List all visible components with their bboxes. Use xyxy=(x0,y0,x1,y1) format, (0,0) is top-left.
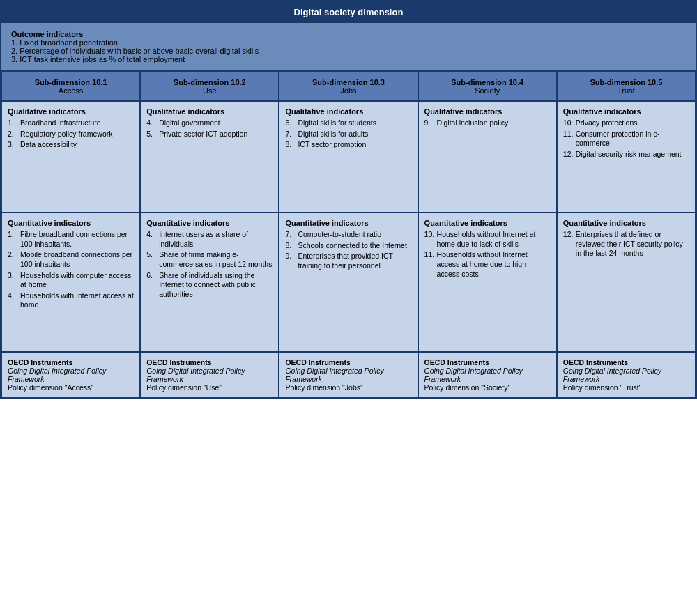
qual-list-3: 6.Digital skills for students 7.Digital … xyxy=(285,118,411,150)
quant-list-5: 12.Enterprises that defined or reviewed … xyxy=(563,230,689,259)
outcome-item-1: 1. Fixed broadband penetration xyxy=(11,38,686,47)
quant-list-2: 4.Internet users as a share of individua… xyxy=(146,230,273,299)
grid: Sub-dimension 10.1 Access Sub-dimension … xyxy=(1,72,696,398)
col-header-1: Sub-dimension 10.1 Access xyxy=(1,72,140,101)
oecd-cell-4: OECD Instruments Going Digital Integrate… xyxy=(418,352,557,398)
list-item: 3.Households with computer access at hom… xyxy=(8,271,134,290)
list-item: 6.Share of individuals using the Interne… xyxy=(146,271,273,300)
qualitative-cell-3: Qualitative indicators 6.Digital skills … xyxy=(279,101,418,213)
qualitative-cell-1: Qualitative indicators 1.Broadband infra… xyxy=(1,101,140,213)
outcome-section: Outcome indicators 1. Fixed broadband pe… xyxy=(1,23,696,72)
list-item: 3.Data accessibility xyxy=(8,140,134,150)
title-bar: Digital society dimension xyxy=(1,1,696,23)
list-item: 4.Households with Internet access at hom… xyxy=(8,291,134,310)
col-header-4: Sub-dimension 10.4 Society xyxy=(418,72,557,101)
qualitative-cell-4: Qualitative indicators 9.Digital inclusi… xyxy=(418,101,557,213)
main-container: Digital society dimension Outcome indica… xyxy=(0,0,697,399)
quantitative-cell-2: Quantitative indicators 4.Internet users… xyxy=(140,213,279,352)
list-item: 1.Fibre broadband connections per 100 in… xyxy=(8,230,134,249)
quantitative-cell-3: Quantitative indicators 7.Computer-to-st… xyxy=(279,213,418,352)
qual-list-4: 9.Digital inclusion policy xyxy=(424,118,551,128)
col-header-2: Sub-dimension 10.2 Use xyxy=(140,72,279,101)
quantitative-cell-4: Quantitative indicators 10.Households wi… xyxy=(418,213,557,352)
oecd-cell-1: OECD Instruments Going Digital Integrate… xyxy=(1,352,140,398)
list-item: 8.ICT sector promotion xyxy=(285,140,411,150)
col-header-5: Sub-dimension 10.5 Trust xyxy=(557,72,696,101)
quant-list-1: 1.Fibre broadband connections per 100 in… xyxy=(8,230,134,310)
list-item: 4.Internet users as a share of individua… xyxy=(146,230,273,249)
quantitative-cell-5: Quantitative indicators 12.Enterprises t… xyxy=(557,213,696,352)
quant-list-4: 10.Households without Internet at home d… xyxy=(424,230,551,279)
quantitative-cell-1: Quantitative indicators 1.Fibre broadban… xyxy=(1,213,140,352)
qual-list-2: 4.Digital government 5.Private sector IC… xyxy=(146,118,273,139)
qual-list-5: 10.Privacy protections 11.Consumer prote… xyxy=(563,118,689,160)
list-item: 12.Enterprises that defined or reviewed … xyxy=(563,230,689,259)
list-item: 4.Digital government xyxy=(146,118,273,128)
list-item: 8.Schools connected to the Internet xyxy=(285,241,411,251)
list-item: 5.Share of firms making e-commerce sales… xyxy=(146,250,273,269)
qual-list-1: 1.Broadband infrastructure 2.Regulatory … xyxy=(8,118,134,150)
quant-list-3: 7.Computer-to-student ratio 8.Schools co… xyxy=(285,230,411,271)
oecd-cell-3: OECD Instruments Going Digital Integrate… xyxy=(279,352,418,398)
title-text: Digital society dimension xyxy=(294,7,404,17)
oecd-cell-2: OECD Instruments Going Digital Integrate… xyxy=(140,352,279,398)
list-item: 11.Consumer protection in e-commerce xyxy=(563,130,689,148)
list-item: 11.Households without Internet access at… xyxy=(424,250,551,279)
outcome-item-3: 3. ICT task intensive jobs as % of total… xyxy=(11,55,686,63)
qualitative-cell-5: Qualitative indicators 10.Privacy protec… xyxy=(557,101,696,213)
list-item: 5.Private sector ICT adoption xyxy=(146,130,273,139)
outcome-heading: Outcome indicators xyxy=(11,30,686,38)
list-item: 2.Mobile broadband connections per 100 i… xyxy=(8,250,134,269)
list-item: 12.Digital security risk management xyxy=(563,150,689,160)
list-item: 6.Digital skills for students xyxy=(285,118,411,128)
col-header-3: Sub-dimension 10.3 Jobs xyxy=(279,72,418,101)
list-item: 1.Broadband infrastructure xyxy=(8,118,134,128)
list-item: 9.Digital inclusion policy xyxy=(424,118,551,128)
list-item: 7.Computer-to-student ratio xyxy=(285,230,411,240)
list-item: 9.Enterprises that provided ICT training… xyxy=(285,252,411,270)
qualitative-cell-2: Qualitative indicators 4.Digital governm… xyxy=(140,101,279,213)
list-item: 7.Digital skills for adults xyxy=(285,130,411,139)
list-item: 10.Households without Internet at home d… xyxy=(424,230,551,249)
outcome-item-2: 2. Percentage of individuals with basic … xyxy=(11,47,686,55)
oecd-cell-5: OECD Instruments Going Digital Integrate… xyxy=(557,352,696,398)
list-item: 2.Regulatory policy framework xyxy=(8,130,134,139)
list-item: 10.Privacy protections xyxy=(563,118,689,128)
